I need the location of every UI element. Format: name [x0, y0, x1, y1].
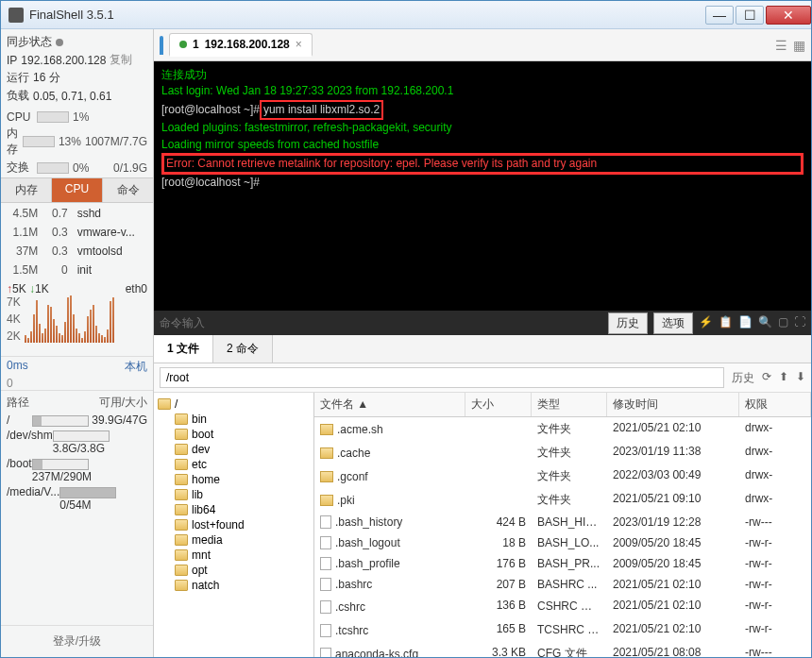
- cpu-pct: 1%: [73, 110, 99, 124]
- tree-item[interactable]: lib: [156, 487, 312, 502]
- col-size[interactable]: 大小: [465, 393, 532, 416]
- bolt-icon[interactable]: ⚡: [699, 314, 713, 330]
- copy-icon[interactable]: 📋: [719, 314, 733, 330]
- file-row[interactable]: .acme.sh文件夹2021/05/21 02:10drwx-: [314, 417, 811, 441]
- file-icon: [320, 648, 331, 658]
- disk-path-row[interactable]: /boot 237M/290M: [7, 456, 147, 484]
- login-upgrade-button[interactable]: 登录/升级: [1, 625, 153, 657]
- process-table: 4.5M0.7sshd1.1M0.3vmware-v...37M0.3vmtoo…: [1, 203, 153, 280]
- list-view-icon[interactable]: ☰: [775, 38, 787, 53]
- net-interface: eth0: [126, 282, 147, 295]
- disk-path-row[interactable]: /media/V... 0/54M: [7, 484, 147, 513]
- app-icon: [8, 8, 24, 23]
- folder-icon: [175, 504, 188, 515]
- paste-icon[interactable]: 📄: [738, 314, 753, 330]
- file-row[interactable]: .gconf文件夹2022/03/03 00:49drwx-: [314, 464, 811, 488]
- tab-cmd[interactable]: 命令: [103, 178, 153, 202]
- tree-item[interactable]: dev: [156, 442, 312, 457]
- tab-commands[interactable]: 2 命令: [213, 335, 273, 363]
- sync-status-label: 同步状态: [7, 34, 52, 50]
- col-perm[interactable]: 权限: [739, 393, 811, 416]
- connection-status-dot: [179, 41, 187, 48]
- mem-bar: [23, 136, 55, 147]
- expand-icon[interactable]: ▢: [778, 314, 788, 330]
- terminal[interactable]: 连接成功 Last login: Wed Jan 18 19:27:33 202…: [154, 61, 811, 335]
- tab-cpu[interactable]: CPU: [52, 178, 103, 202]
- cpu-label: CPU: [7, 110, 33, 124]
- tree-item[interactable]: media: [156, 532, 312, 548]
- options-button[interactable]: 选项: [653, 312, 693, 334]
- file-row[interactable]: .bash_logout18 BBASH_LO...2009/05/20 18:…: [314, 532, 811, 553]
- tab-files[interactable]: 1 文件: [154, 335, 213, 363]
- file-row[interactable]: .bash_profile176 BBASH_PR...2009/05/20 1…: [314, 553, 811, 574]
- folder-icon: [175, 489, 188, 500]
- process-row[interactable]: 4.5M0.7sshd: [3, 205, 151, 222]
- process-row[interactable]: 37M0.3vmtoolsd: [3, 243, 151, 260]
- ping-host: 本机: [125, 359, 147, 375]
- col-type[interactable]: 类型: [532, 393, 607, 416]
- tree-item[interactable]: etc: [156, 457, 312, 472]
- tree-item[interactable]: natch: [156, 578, 312, 593]
- tree-item[interactable]: lost+found: [156, 517, 312, 532]
- terminal-input[interactable]: [160, 316, 602, 329]
- file-row[interactable]: .cshrc136 BCSHRC 文件2021/05/21 02:10-rw-r…: [314, 595, 811, 618]
- minimize-button[interactable]: —: [705, 6, 734, 25]
- file-list[interactable]: 文件名 ▲ 大小 类型 修改时间 权限 .acme.sh文件夹2021/05/2…: [314, 393, 811, 657]
- close-tab-button[interactable]: ×: [296, 38, 302, 51]
- term-lastlogin: Last login: Wed Jan 18 19:27:33 2023 fro…: [161, 83, 804, 99]
- download-icon[interactable]: ⬇: [796, 370, 805, 386]
- folder-icon: [175, 459, 188, 470]
- tree-item[interactable]: boot: [156, 427, 312, 442]
- upload-icon[interactable]: ⬆: [779, 370, 788, 386]
- copy-ip-button[interactable]: 复制: [110, 52, 132, 68]
- tree-item[interactable]: bin: [156, 412, 312, 427]
- col-date[interactable]: 修改时间: [607, 393, 739, 416]
- swap-text: 0/1.9G: [103, 161, 147, 175]
- file-row[interactable]: anaconda-ks.cfg3.3 KBCFG 文件2021/05/21 08…: [314, 642, 811, 657]
- file-tabs: 1 文件 2 命令: [154, 335, 811, 363]
- search-icon[interactable]: 🔍: [758, 314, 772, 330]
- history-button[interactable]: 历史: [608, 312, 648, 334]
- connection-tab[interactable]: 1 192.168.200.128 ×: [169, 33, 313, 57]
- tree-item[interactable]: opt: [156, 563, 312, 578]
- fullscreen-icon[interactable]: ⛶: [794, 314, 805, 330]
- tree-item[interactable]: mnt: [156, 548, 312, 563]
- file-row[interactable]: .tcshrc165 BTCSHRC 文...2021/05/21 02:10-…: [314, 618, 811, 642]
- term-error-highlight: Error: Cannot retrieve metalink for repo…: [161, 153, 804, 175]
- sync-status-dot: [56, 39, 63, 46]
- tab-host: 192.168.200.128: [205, 38, 290, 51]
- tab-mem[interactable]: 内存: [1, 178, 52, 202]
- tree-item[interactable]: /: [156, 396, 312, 412]
- folder-icon: [320, 495, 333, 506]
- disk-path-row[interactable]: /dev/shm 3.8G/3.8G: [7, 428, 147, 456]
- mem-label: 内存: [7, 126, 19, 158]
- window-title: FinalShell 3.5.1: [29, 8, 703, 22]
- swap-pct: 0%: [73, 161, 99, 175]
- open-folder-button[interactable]: [160, 38, 163, 53]
- swap-label: 交换: [7, 160, 33, 176]
- uptime-value: 16 分: [33, 70, 60, 86]
- path-bar: 历史 ⟳ ⬆ ⬇: [154, 363, 811, 393]
- disk-path-row[interactable]: / 39.9G/47G: [7, 413, 147, 428]
- tree-item[interactable]: lib64: [156, 502, 312, 517]
- folder-tree[interactable]: /binbootdevetchomeliblib64lost+foundmedi…: [154, 393, 314, 657]
- close-button[interactable]: ✕: [766, 6, 811, 25]
- tree-item[interactable]: home: [156, 472, 312, 487]
- grid-view-icon[interactable]: ▦: [793, 38, 805, 53]
- path-input[interactable]: [160, 367, 724, 388]
- path-history-button[interactable]: 历史: [732, 370, 754, 386]
- load-value: 0.05, 0.71, 0.61: [33, 90, 111, 103]
- file-row[interactable]: .bash_history424 BBASH_HIS...2023/01/19 …: [314, 512, 811, 532]
- refresh-icon[interactable]: ⟳: [762, 370, 771, 386]
- process-row[interactable]: 1.5M0init: [3, 262, 151, 278]
- folder-icon: [158, 398, 171, 410]
- col-name[interactable]: 文件名 ▲: [314, 393, 465, 416]
- file-row[interactable]: .cache文件夹2023/01/19 11:38drwx-: [314, 441, 811, 464]
- file-row[interactable]: .pki文件夹2021/05/21 09:10drwx-: [314, 488, 811, 512]
- file-icon: [320, 624, 331, 637]
- file-row[interactable]: .bashrc207 BBASHRC ...2021/05/21 02:10-r…: [314, 574, 811, 595]
- process-row[interactable]: 1.1M0.3vmware-v...: [3, 224, 151, 241]
- terminal-input-bar: 历史 选项 ⚡ 📋 📄 🔍 ▢ ⛶: [154, 311, 811, 335]
- folder-icon: [175, 580, 188, 591]
- maximize-button[interactable]: ☐: [736, 6, 764, 25]
